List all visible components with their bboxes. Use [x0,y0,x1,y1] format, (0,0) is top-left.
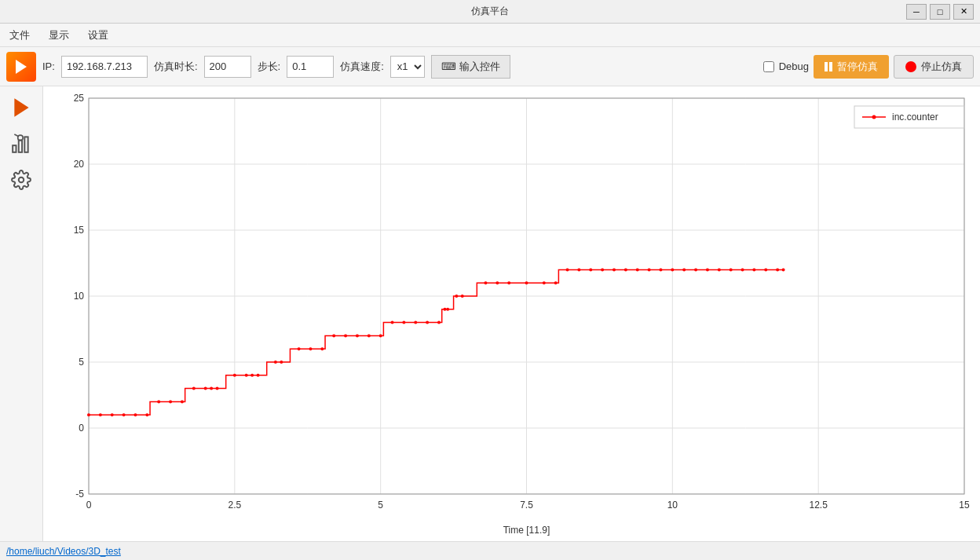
sidebar-play-icon[interactable] [6,93,36,123]
status-path[interactable]: /home/liuch/Videos/3D_test [6,546,121,557]
step-label: 步长: [258,60,281,74]
sim-time-input[interactable] [204,56,251,78]
input-ctrl-icon: ⌨ [441,60,456,72]
svg-marker-0 [15,100,27,115]
ip-label: IP: [42,60,55,72]
menu-view[interactable]: 显示 [46,27,72,44]
svg-point-6 [19,178,24,183]
play-icon [16,60,27,74]
debug-label: Debug [779,60,809,72]
toolbar: IP: 仿真时长: 步长: 仿真速度: x1 x2 x4 x8 ⌨ 输入控件 D… [0,47,980,86]
speed-label: 仿真速度: [340,60,384,74]
debug-checkbox[interactable] [763,61,774,72]
svg-rect-1 [13,145,16,152]
title-bar: 仿真平台 ─ □ ✕ [0,0,980,24]
speed-select[interactable]: x1 x2 x4 x8 [390,56,425,78]
stop-icon [905,61,916,72]
main-content [0,86,980,541]
pause-button[interactable]: 暂停仿真 [814,55,889,79]
window-controls: ─ □ ✕ [906,4,974,20]
pause-icon [825,62,832,71]
svg-line-5 [14,134,18,137]
play-button[interactable] [6,52,36,82]
stop-button[interactable]: 停止仿真 [894,55,974,79]
chart-area [43,86,980,541]
step-input[interactable] [287,56,334,78]
sidebar-settings-icon[interactable] [6,165,36,195]
menu-settings[interactable]: 设置 [85,27,112,44]
chart-canvas [43,86,980,541]
debug-area: Debug 暂停仿真 停止仿真 [763,55,974,79]
sim-time-label: 仿真时长: [154,60,198,74]
menu-file[interactable]: 文件 [6,27,33,44]
sidebar [0,86,43,541]
minimize-button[interactable]: ─ [906,4,927,20]
close-button[interactable]: ✕ [953,4,974,20]
menu-bar: 文件 显示 设置 [0,24,980,47]
input-ctrl-button[interactable]: ⌨ 输入控件 [431,55,510,79]
sidebar-chart-icon[interactable] [6,129,36,159]
svg-rect-2 [19,141,22,152]
status-bar: /home/liuch/Videos/3D_test [0,541,980,560]
ip-input[interactable] [61,56,148,78]
title-text: 仿真平台 [471,5,509,18]
maximize-button[interactable]: □ [930,4,950,20]
svg-rect-3 [24,137,27,152]
